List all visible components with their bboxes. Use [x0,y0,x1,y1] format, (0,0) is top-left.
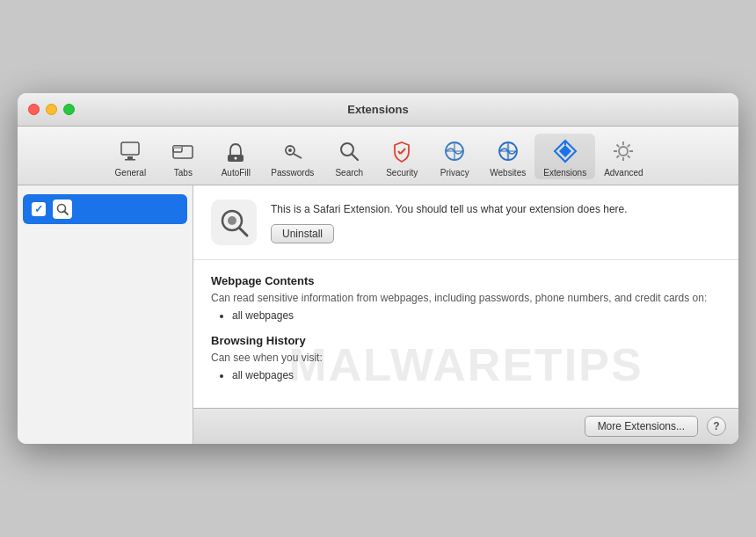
main-content: ✓ MALWARETIPS [18,185,738,444]
more-extensions-button[interactable]: More Extensions... [585,416,698,437]
perm-list-item: all webpages [232,309,721,322]
svg-point-35 [228,216,236,225]
toolbar-item-general[interactable]: General [104,134,156,179]
traffic-lights [28,104,75,115]
svg-line-34 [239,228,247,236]
permission-browsing-history: Browsing History Can see when you visit:… [211,334,721,381]
svg-point-22 [619,147,628,156]
extension-description: This is a Safari Extension. You should t… [271,202,721,217]
main-window: Extensions General Tabs [18,93,738,444]
svg-line-12 [353,155,359,161]
passwords-icon [279,137,307,165]
privacy-icon [440,137,469,165]
svg-line-14 [401,149,406,154]
websites-icon [494,137,522,165]
svg-rect-0 [121,142,139,155]
toolbar-item-passwords[interactable]: Passwords [262,134,323,179]
svg-line-30 [617,156,620,158]
svg-line-29 [628,145,630,148]
sidebar: ✓ [18,185,193,444]
toolbar-item-autofill[interactable]: AutoFill [209,134,262,179]
toolbar: General Tabs AutoFill [18,127,738,185]
tabs-label: Tabs [174,168,193,178]
detail-panel: MALWARETIPS This is a Safari Extension. … [193,185,738,444]
toolbar-item-privacy[interactable]: Privacy [428,134,481,179]
toolbar-item-websites[interactable]: Websites [481,134,534,179]
search-label: Search [335,168,363,178]
extension-header-text: This is a Safari Extension. You should t… [271,202,721,243]
toolbar-item-security[interactable]: Security [375,134,428,179]
search-toolbar-icon [335,137,363,165]
perm-list-1: all webpages [211,369,721,381]
svg-point-7 [235,157,237,160]
perm-desc-1: Can see when you visit: [211,351,721,366]
uninstall-button[interactable]: Uninstall [271,224,334,243]
titlebar: Extensions [18,93,738,127]
svg-line-32 [65,212,69,215]
svg-line-28 [628,156,630,158]
extension-header: This is a Safari Extension. You should t… [193,185,738,260]
minimize-button[interactable] [46,104,57,115]
toolbar-item-search[interactable]: Search [323,134,375,179]
extension-icon-large [211,200,257,245]
svg-point-10 [288,149,292,152]
toolbar-item-tabs[interactable]: Tabs [156,134,209,179]
perm-desc-0: Can read sensitive information from webp… [211,291,721,306]
toolbar-item-advanced[interactable]: Advanced [595,134,651,179]
security-icon [388,137,416,165]
svg-rect-1 [127,156,133,159]
permission-webpage-contents: Webpage Contents Can read sensitive info… [211,274,721,322]
sidebar-item-search-ext[interactable]: ✓ [23,194,187,224]
advanced-icon [609,137,637,165]
autofill-icon [222,137,250,165]
help-button[interactable]: ? [707,417,726,436]
close-button[interactable] [28,104,40,115]
tabs-icon [169,137,197,165]
general-icon [116,137,144,165]
svg-line-9 [294,154,302,158]
websites-label: Websites [490,168,526,178]
permissions-section: Webpage Contents Can read sensitive info… [193,260,738,408]
security-label: Security [386,168,418,178]
autofill-label: AutoFill [222,168,251,178]
svg-rect-5 [173,146,182,149]
bottom-bar: More Extensions... ? [193,408,738,444]
toolbar-item-extensions[interactable]: Extensions [534,134,595,179]
privacy-label: Privacy [440,168,469,178]
passwords-label: Passwords [271,168,314,178]
general-label: General [115,168,147,178]
extension-checkbox[interactable]: ✓ [32,202,46,216]
extension-sidebar-icon [53,200,72,219]
advanced-label: Advanced [604,168,643,178]
perm-title-1: Browsing History [211,334,721,347]
extensions-icon [551,137,579,165]
svg-line-27 [617,145,620,148]
svg-rect-2 [125,159,135,161]
checkmark-icon: ✓ [34,204,43,214]
zoom-button[interactable] [63,104,75,115]
window-title: Extensions [347,103,408,116]
perm-title-0: Webpage Contents [211,274,721,287]
perm-list-item: all webpages [232,369,721,381]
extensions-label: Extensions [543,168,586,178]
perm-list-0: all webpages [211,309,721,322]
